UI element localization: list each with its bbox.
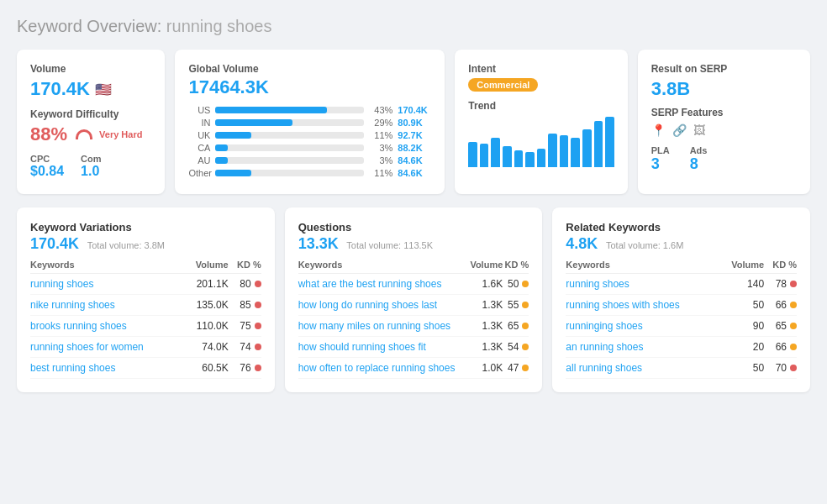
volume-cell: 20 bbox=[720, 337, 765, 358]
kv-title: Keyword Variations bbox=[30, 221, 261, 234]
rk-col-keywords: Keywords bbox=[566, 256, 719, 274]
bar-pct: 11% bbox=[369, 168, 392, 178]
kd-indicator bbox=[255, 344, 261, 350]
kd-indicator bbox=[790, 302, 797, 308]
kd-indicator bbox=[255, 281, 261, 287]
volume-cell: 90 bbox=[720, 316, 765, 337]
kd-dot: 65 bbox=[508, 320, 529, 332]
bar-row: AU 3% 84.6K bbox=[188, 155, 431, 165]
bar-pct: 43% bbox=[369, 105, 392, 115]
bar-fill bbox=[215, 119, 292, 126]
keyword-cell[interactable]: best running shoes bbox=[30, 358, 184, 379]
keyword-cell[interactable]: running shoes bbox=[30, 274, 184, 295]
keyword-cell[interactable]: how many miles on running shoes bbox=[298, 316, 468, 337]
volume-cell: 60.5K bbox=[184, 358, 229, 379]
ads-value: 8 bbox=[690, 155, 708, 173]
trend-bar bbox=[537, 149, 546, 167]
volume-cell: 1.3K bbox=[467, 337, 503, 358]
kd-dot: 54 bbox=[508, 341, 529, 353]
keyword-cell[interactable]: running shoes bbox=[566, 274, 719, 295]
table-row: running shoes 201.1K 80 bbox=[30, 274, 261, 295]
kd-cell: 85 bbox=[229, 295, 261, 316]
title-keyword: running shoes bbox=[166, 17, 272, 35]
keyword-cell[interactable]: all running shoes bbox=[566, 358, 719, 379]
keyword-cell[interactable]: brooks running shoes bbox=[30, 316, 184, 337]
bar-chart: US 43% 170.4K IN 29% 80.9K UK 11% 92.7K … bbox=[188, 105, 431, 178]
keyword-cell[interactable]: running shoes for women bbox=[30, 337, 184, 358]
q-table: Keywords Volume KD % what are the best r… bbox=[298, 256, 529, 379]
q-count: 13.3K bbox=[298, 235, 339, 253]
bar-track bbox=[215, 144, 364, 151]
keyword-cell[interactable]: nike running shoes bbox=[30, 295, 184, 316]
kd-dot: 85 bbox=[240, 299, 261, 311]
kd-indicator bbox=[255, 365, 261, 371]
trend-bar bbox=[525, 152, 535, 167]
keyword-cell[interactable]: how should running shoes fit bbox=[298, 337, 468, 358]
kv-col-volume: Volume bbox=[184, 256, 229, 274]
kv-table: Keywords Volume KD % running shoes 201.1… bbox=[30, 256, 261, 379]
global-value: 17464.3K bbox=[188, 76, 431, 98]
questions-card: Questions 13.3K Total volume: 113.5K Key… bbox=[285, 207, 543, 392]
kd-cell: 78 bbox=[764, 274, 797, 295]
volume-cell: 201.1K bbox=[184, 274, 229, 295]
volume-cell: 74.0K bbox=[184, 337, 229, 358]
cpc-value: $0.84 bbox=[30, 164, 64, 179]
bar-row: Other 11% 84.6K bbox=[188, 168, 431, 178]
volume-cell: 135.0K bbox=[184, 295, 229, 316]
keyword-cell[interactable]: runninging shoes bbox=[566, 316, 719, 337]
ads-metric: Ads 8 bbox=[690, 145, 708, 173]
serp-label: Result on SERP bbox=[651, 63, 797, 75]
com-value: 1.0 bbox=[81, 164, 101, 179]
table-row: how many miles on running shoes 1.3K 65 bbox=[298, 316, 529, 337]
keyword-cell[interactable]: how long do running shoes last bbox=[298, 295, 468, 316]
kd-indicator bbox=[790, 323, 797, 329]
bar-fill bbox=[215, 144, 227, 151]
table-row: what are the best running shoes 1.6K 50 bbox=[298, 274, 529, 295]
volume-cell: 140 bbox=[720, 274, 765, 295]
com-label: Com bbox=[81, 154, 101, 164]
kv-col-keywords: Keywords bbox=[30, 256, 184, 274]
volume-cell: 1.3K bbox=[467, 316, 503, 337]
kd-cell: 50 bbox=[503, 274, 529, 295]
bar-fill bbox=[215, 170, 250, 176]
table-row: how should running shoes fit 1.3K 54 bbox=[298, 337, 529, 358]
rk-title: Related Keywords bbox=[566, 221, 797, 234]
keyword-cell[interactable]: running shoes with shoes bbox=[566, 295, 719, 316]
table-row: how long do running shoes last 1.3K 55 bbox=[298, 295, 529, 316]
table-row: running shoes for women 74.0K 74 bbox=[30, 337, 261, 358]
bar-country: IN bbox=[188, 118, 210, 128]
kd-cell: 55 bbox=[503, 295, 529, 316]
serp-features-label: SERP Features bbox=[651, 107, 797, 118]
bar-vol: 80.9K bbox=[398, 118, 431, 128]
bar-pct: 11% bbox=[369, 130, 392, 140]
table-row: brooks running shoes 110.0K 75 bbox=[30, 316, 261, 337]
keyword-cell[interactable]: an running shoes bbox=[566, 337, 719, 358]
trend-bar bbox=[594, 121, 603, 167]
kd-indicator bbox=[790, 365, 797, 371]
kd-cell: 66 bbox=[764, 337, 797, 358]
kd-dot: 66 bbox=[776, 341, 797, 353]
bar-country: UK bbox=[188, 130, 210, 140]
bar-vol: 84.6K bbox=[398, 155, 431, 165]
bar-track bbox=[215, 132, 364, 139]
kd-dot: 78 bbox=[776, 278, 797, 290]
bar-row: IN 29% 80.9K bbox=[188, 118, 431, 128]
kv-total: Total volume: 3.8M bbox=[87, 240, 165, 250]
keyword-cell[interactable]: what are the best running shoes bbox=[298, 274, 468, 295]
keyword-cell[interactable]: how often to replace running shoes bbox=[298, 358, 468, 379]
kd-indicator bbox=[255, 302, 261, 308]
trend-bar bbox=[548, 134, 557, 167]
bar-pct: 29% bbox=[369, 118, 392, 128]
flag-icon: 🇺🇸 bbox=[95, 81, 112, 97]
kd-indicator bbox=[522, 281, 529, 287]
volume-cell: 1.6K bbox=[467, 274, 503, 295]
kd-indicator bbox=[522, 365, 529, 371]
q-col-kd: KD % bbox=[503, 256, 529, 274]
bar-row: CA 3% 88.2K bbox=[188, 143, 431, 153]
rk-col-volume: Volume bbox=[720, 256, 765, 274]
related-keywords-card: Related Keywords 4.8K Total volume: 1.6M… bbox=[552, 207, 810, 392]
bar-pct: 3% bbox=[369, 155, 392, 165]
trend-bar bbox=[503, 146, 512, 167]
kd-dot: 66 bbox=[776, 299, 797, 311]
volume-cell: 1.0K bbox=[467, 358, 503, 379]
